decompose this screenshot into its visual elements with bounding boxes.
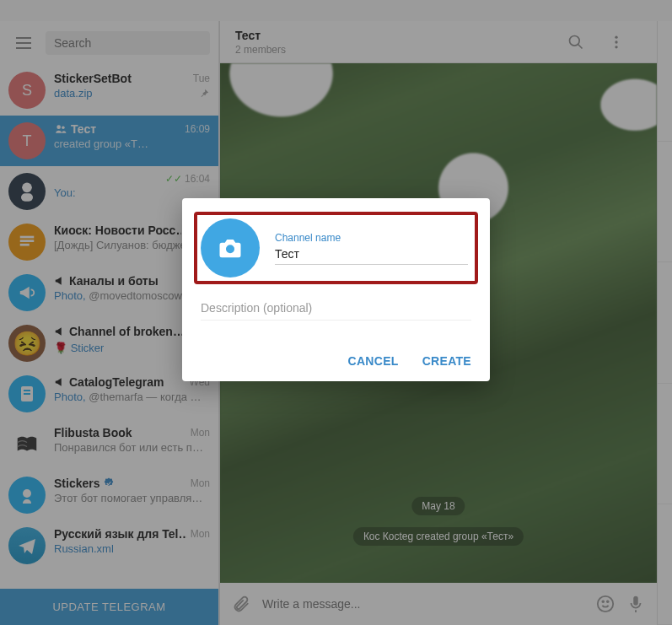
create-button[interactable]: CREATE	[422, 354, 471, 368]
svg-point-19	[226, 245, 234, 253]
channel-name-input[interactable]	[275, 245, 468, 265]
modal-actions: CANCEL CREATE	[201, 354, 471, 368]
channel-photo-button[interactable]	[201, 218, 260, 277]
channel-name-label: Channel name	[275, 232, 468, 244]
camera-icon	[218, 235, 243, 261]
channel-name-row: Channel name	[194, 212, 478, 284]
channel-description-input[interactable]: Description (optional)	[201, 301, 471, 321]
modal-overlay[interactable]: Channel name Description (optional) CANC…	[0, 0, 672, 625]
cancel-button[interactable]: CANCEL	[348, 354, 399, 368]
channel-name-field: Channel name	[275, 232, 468, 265]
create-channel-modal: Channel name Description (optional) CANC…	[182, 198, 490, 381]
